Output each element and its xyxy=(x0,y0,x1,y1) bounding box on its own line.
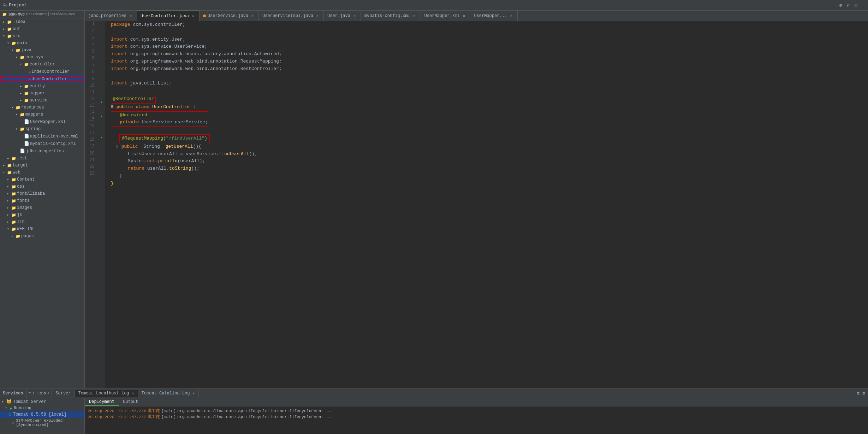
services-list-icon[interactable]: ≡ xyxy=(29,391,31,395)
services-item-running[interactable]: ▶ Running xyxy=(0,405,84,411)
services-grid-icon[interactable]: ⊞ xyxy=(40,391,42,395)
code-editor[interactable]: 12345 678910 1112131415 1617181920 21222… xyxy=(85,21,868,388)
tab-userserviceimpl-close[interactable]: ✕ xyxy=(315,13,320,18)
sidebar-item-css[interactable]: 📁 css xyxy=(0,183,84,190)
tab-usercontroller[interactable]: UserController.java ✕ xyxy=(137,11,200,21)
sidebar-item-src[interactable]: 📁 src xyxy=(0,33,84,40)
sidebar-item-indexcontroller[interactable]: ☕ IndexController xyxy=(0,68,84,75)
tab-userserviceimpl[interactable]: UserServiceImpl.java ✕ xyxy=(259,11,324,21)
sidebar-item-spring[interactable]: 📁 spring xyxy=(0,125,84,133)
services-add-icon[interactable]: + xyxy=(47,391,50,395)
tab-usermapperxml[interactable]: UserMapper.xml ✕ xyxy=(421,11,471,21)
tab-jdbc-properties[interactable]: jdbc.properties ✕ xyxy=(85,11,137,21)
services-filter-icon[interactable]: ⚙ xyxy=(43,391,46,395)
sidebar-label-fontalibaba: fontAlibaba xyxy=(17,191,45,196)
services-panel: 🐱 Tomcat Server ▶ Running ⬡ Tomcat 8.5.5… xyxy=(0,398,85,434)
sidebar-item-mappers[interactable]: 📁 mappers xyxy=(0,111,84,118)
tab-mybatisconfig[interactable]: mybatis-config.xml ✕ xyxy=(361,11,421,21)
output-panel: Deployment Output 20-Sep-2020 19:41:57.2… xyxy=(85,398,868,434)
arrow-comsys xyxy=(16,55,19,59)
sidebar-item-usermapperxml[interactable]: 📄 UserMapper.xml xyxy=(0,118,84,125)
sidebar-item-java[interactable]: 📁 java xyxy=(0,47,84,54)
bottom-gear-icon[interactable]: ⚙ xyxy=(862,391,865,396)
arrow-entity xyxy=(20,84,23,88)
sidebar-label-mappers: mappers xyxy=(25,112,43,117)
sidebar-item-mybatisconfig[interactable]: 📄 mybatis-config.xml xyxy=(0,140,84,147)
tab-userservice[interactable]: UserService.java ✕ xyxy=(200,11,259,21)
sidebar-item-main[interactable]: 📁 main xyxy=(0,40,84,47)
tab-user[interactable]: User.java ✕ xyxy=(324,11,361,21)
prop-icon-jdbcprops: 📄 xyxy=(20,148,25,154)
folder-webinf-icon: 📁 xyxy=(11,227,16,231)
sidebar-item-content[interactable]: 📁 Content xyxy=(0,176,84,183)
sidebar-item-out[interactable]: 📁 out xyxy=(0,25,84,33)
services-down-icon[interactable]: ↓ xyxy=(36,391,38,395)
tab-mybatisconfig-label: mybatis-config.xml xyxy=(364,13,410,18)
sidebar-item-entity[interactable]: 📁 entity xyxy=(0,83,84,90)
sidebar-item-idea[interactable]: 📁 .idea xyxy=(0,18,84,25)
folder-idea-icon: 📁 xyxy=(7,20,12,24)
sidebar-item-service[interactable]: 📁 service xyxy=(0,97,84,104)
services-up-icon[interactable]: ↑ xyxy=(32,391,35,395)
sidebar-item-pages[interactable]: 📁 pages xyxy=(0,233,84,240)
settings-icon[interactable]: ⚙ xyxy=(839,2,842,8)
output-tab-catalina-log[interactable]: Tomcat Catalina Log ✕ xyxy=(138,390,199,397)
services-tomcat-local-label: Tomcat 8.5.58 [local] xyxy=(13,412,66,417)
services-item-ssmmvc[interactable]: ✓ SSM-MVC:war exploded [Synchronized] → xyxy=(0,418,84,428)
tab-userservice-close[interactable]: ✕ xyxy=(250,13,255,18)
folder-out-icon: 📁 xyxy=(7,27,12,31)
tab-usercontroller-close[interactable]: ✕ xyxy=(191,14,196,19)
sidebar-item-resources[interactable]: 📁 resources xyxy=(0,104,84,111)
arrow-images xyxy=(7,206,11,210)
folder-content-icon: 📁 xyxy=(11,177,16,182)
sidebar-item-web[interactable]: 📁 web xyxy=(0,169,84,176)
tab-user-close[interactable]: ✕ xyxy=(352,13,357,18)
arrow-css xyxy=(7,184,11,189)
output-tab-catalina-close[interactable]: ✕ xyxy=(192,391,195,395)
code-line-8 xyxy=(111,73,862,80)
output-sub-tab-deployment[interactable]: Deployment xyxy=(85,398,119,406)
code-line-12: ⊟ public class UserController { xyxy=(111,104,862,111)
autowired-block-highlight: @Autowired private UserService userServi… xyxy=(111,111,208,127)
sidebar-item-lib[interactable]: 📁 lib xyxy=(0,218,84,225)
services-item-tomcat[interactable]: 🐱 Tomcat Server xyxy=(0,398,84,405)
sidebar-item-appmvc[interactable]: 📄 application-mvc.xml xyxy=(0,133,84,140)
services-ssmmvc-label: SSM-MVC:war exploded [Synchronized] xyxy=(16,418,79,427)
sidebar-label-web: web xyxy=(13,170,20,175)
sidebar-item-images[interactable]: 📁 images xyxy=(0,204,84,211)
services-item-tomcat-local[interactable]: ⬡ Tomcat 8.5.58 [local] xyxy=(0,411,84,418)
arrow-mapper xyxy=(20,91,23,95)
arrow-fontalibaba xyxy=(7,192,11,196)
tab-jdbc-close[interactable]: ✕ xyxy=(128,13,133,18)
output-sub-tab-output[interactable]: Output xyxy=(119,398,142,406)
output-tab-localhost-log[interactable]: Tomcat Localhost Log ✕ xyxy=(75,390,138,397)
sidebar-item-mapper[interactable]: 📁 mapper xyxy=(0,90,84,97)
minimize-icon[interactable]: — xyxy=(862,2,865,8)
output-tab-localhost-close[interactable]: ✕ xyxy=(132,391,134,395)
folder-comsys-icon: 📁 xyxy=(20,55,25,60)
folder-mapper-icon: 📁 xyxy=(24,91,29,96)
tab-mybatisconfig-close[interactable]: ✕ xyxy=(412,13,417,18)
tab-usermapper-ellipsis-close[interactable]: ✕ xyxy=(509,13,514,18)
sidebar-item-webinf[interactable]: 📁 WEB-INF xyxy=(0,225,84,233)
sidebar-label-src: src xyxy=(13,34,20,39)
sidebar-item-fontalibaba[interactable]: 📁 fontAlibaba xyxy=(0,190,84,197)
tomcat-local-icon: ⬡ xyxy=(8,412,12,417)
expand-icon[interactable]: ⊞ xyxy=(855,2,857,8)
restcontroller-highlight: @RestController xyxy=(111,95,156,104)
sidebar-item-js[interactable]: 📁 js xyxy=(0,211,84,218)
output-tab-server[interactable]: Server xyxy=(52,390,75,397)
sidebar-item-jdbcprops[interactable]: 📄 jdbc.properties xyxy=(0,147,84,155)
sidebar-item-target[interactable]: 📁 target xyxy=(0,162,84,169)
sidebar-item-comsys[interactable]: 📁 com.sys xyxy=(0,54,84,61)
sidebar-item-fonts[interactable]: 📁 fonts xyxy=(0,197,84,204)
swap-icon[interactable]: ⇄ xyxy=(847,2,850,8)
tomcat-server-icon: 🐱 xyxy=(6,399,12,404)
tab-usermapperxml-close[interactable]: ✕ xyxy=(462,13,466,18)
sidebar-item-usercontroller[interactable]: ☕ UserController xyxy=(0,75,84,83)
bottom-settings-icon[interactable]: ⚙ xyxy=(857,391,860,396)
sidebar-item-test[interactable]: 📁 test xyxy=(0,155,84,162)
sidebar-item-controller[interactable]: 📁 controller xyxy=(0,61,84,68)
code-content[interactable]: package com.sys.controller; import com.s… xyxy=(105,21,868,388)
tab-usermapper-ellipsis[interactable]: UserMapper... ✕ xyxy=(470,11,518,21)
